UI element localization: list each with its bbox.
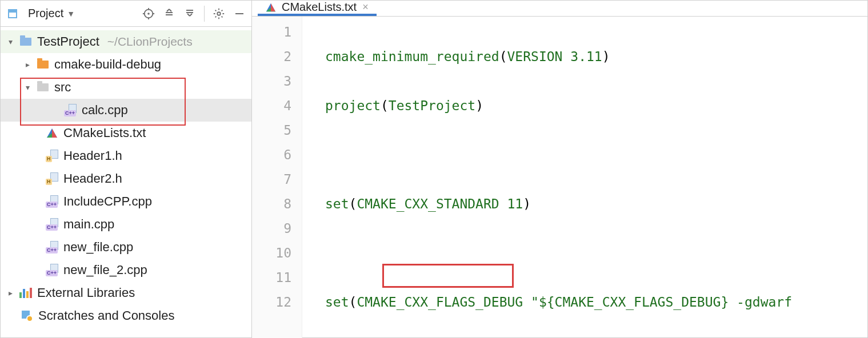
tree-src-folder[interactable]: ▾ src — [1, 76, 251, 99]
minimize-icon[interactable] — [231, 5, 248, 22]
tree-label: src — [54, 80, 71, 95]
cmake-icon — [45, 126, 59, 140]
code-editor[interactable]: 123 456 789 101112 cmake_minimum_require… — [252, 17, 867, 338]
tree-newfile2[interactable]: C++ new_file_2.cpp — [1, 259, 251, 281]
tree-header2[interactable]: H Header2.h — [1, 167, 251, 190]
tree-project-root[interactable]: ▾ TestProject ~/CLionProjects — [1, 30, 251, 53]
chevron-right-icon[interactable]: ▸ — [23, 60, 31, 69]
cmake-icon — [266, 3, 276, 12]
folder-icon — [36, 81, 50, 94]
tree-label: new_file_2.cpp — [63, 263, 147, 277]
line-gutter: 123 456 789 101112 — [252, 17, 302, 338]
tree-label: CMakeLists.txt — [63, 126, 146, 140]
cpp-file-icon: C++ — [45, 195, 59, 208]
tree-cmakelists[interactable]: CMakeLists.txt — [1, 122, 251, 144]
tree-scratches[interactable]: Scratches and Consoles — [1, 304, 251, 327]
sidebar-toolbar: Project ▼ — [1, 1, 251, 27]
tree-label: Header1.h — [63, 148, 122, 163]
close-icon[interactable]: × — [362, 1, 369, 13]
tree-cmake-build-debug[interactable]: ▸ cmake-build-debug — [1, 53, 251, 76]
tree-calc-cpp[interactable]: C++ calc.cpp — [1, 99, 251, 122]
chevron-down-icon[interactable]: ▾ — [23, 83, 31, 92]
tree-label: Scratches and Consoles — [38, 308, 174, 323]
tree-path: ~/CLionProjects — [107, 35, 193, 49]
cpp-file-icon: C++ — [63, 103, 77, 117]
project-tree[interactable]: ▾ TestProject ~/CLionProjects ▸ cmake-bu… — [1, 27, 251, 337]
header-file-icon: H — [45, 172, 59, 186]
chevron-down-icon: ▼ — [67, 9, 75, 18]
tree-label: main.cpp — [63, 217, 114, 232]
tree-header1[interactable]: H Header1.h — [1, 144, 251, 167]
folder-icon — [36, 58, 50, 71]
collapse-all-icon[interactable] — [181, 5, 198, 22]
tree-label: TestProject — [37, 34, 99, 49]
tab-label: CMakeLists.txt — [282, 1, 357, 14]
locate-icon[interactable] — [140, 5, 157, 22]
chevron-down-icon[interactable]: ▾ — [6, 37, 14, 46]
expand-all-icon[interactable] — [161, 5, 178, 22]
scratches-icon — [20, 309, 34, 323]
cpp-file-icon: C++ — [45, 218, 59, 231]
project-dropdown[interactable]: Project ▼ — [25, 7, 78, 20]
app-icon — [4, 5, 21, 22]
tab-cmakelists[interactable]: CMakeLists.txt × — [258, 1, 377, 16]
editor-tabs: CMakeLists.txt × — [252, 1, 867, 17]
annotation-box — [382, 264, 514, 288]
tree-label: cmake-build-debug — [54, 57, 161, 72]
editor-panel: CMakeLists.txt × 123 456 789 101112 cmak… — [252, 1, 867, 337]
svg-point-1 — [147, 13, 150, 15]
tree-label: IncludeCPP.cpp — [63, 194, 152, 209]
tree-includecpp[interactable]: C++ IncludeCPP.cpp — [1, 190, 251, 213]
chevron-right-icon[interactable]: ▸ — [6, 288, 14, 297]
tree-label: External Libraries — [37, 285, 135, 300]
cpp-file-icon: C++ — [45, 263, 59, 277]
tree-label: calc.cpp — [82, 103, 128, 118]
tree-newfile[interactable]: C++ new_file.cpp — [1, 236, 251, 259]
tree-main-cpp[interactable]: C++ main.cpp — [1, 213, 251, 236]
header-file-icon: H — [45, 149, 59, 163]
tree-label: Header2.h — [63, 171, 122, 186]
cpp-file-icon: C++ — [45, 240, 59, 254]
gear-icon[interactable] — [210, 5, 227, 22]
tree-external-libraries[interactable]: ▸ External Libraries — [1, 281, 251, 304]
svg-point-2 — [217, 12, 221, 15]
tree-label: new_file.cpp — [63, 240, 133, 255]
folder-icon — [19, 35, 33, 49]
code-area[interactable]: cmake_minimum_required(VERSION 3.11) pro… — [302, 17, 867, 338]
libraries-icon — [19, 286, 33, 300]
project-sidebar: Project ▼ ▾ TestProject ~/CLionProjects … — [1, 1, 252, 337]
